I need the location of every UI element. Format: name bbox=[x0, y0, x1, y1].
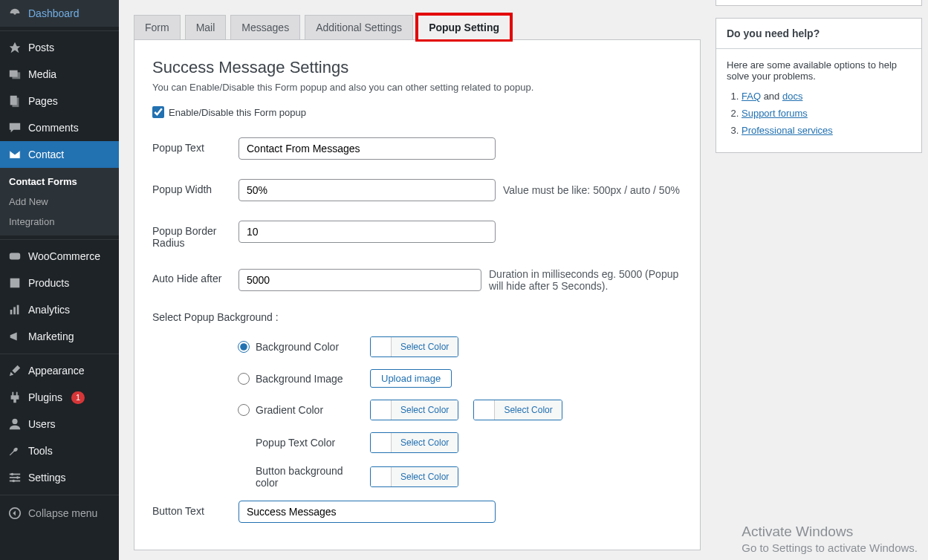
sidebar-item-comments[interactable]: Comments bbox=[0, 114, 119, 141]
sidebar-label: Pages bbox=[28, 95, 58, 107]
help-card: Do you need help? Here are some availabl… bbox=[716, 18, 922, 153]
auto-hide-input[interactable] bbox=[239, 269, 481, 291]
forums-link[interactable]: Support forums bbox=[742, 108, 808, 119]
sidebar-label: WooCommerce bbox=[28, 250, 100, 262]
enable-popup-checkbox-row[interactable]: Enable/Disable this Form popup bbox=[152, 106, 682, 118]
tab-form[interactable]: Form bbox=[134, 15, 181, 39]
bg-color-picker[interactable]: Select Color bbox=[370, 336, 458, 357]
sidebar-label: Comments bbox=[28, 122, 79, 134]
sidebar-label: Analytics bbox=[28, 304, 70, 316]
collapse-icon bbox=[7, 506, 22, 521]
sidebar-item-pages[interactable]: Pages bbox=[0, 88, 119, 114]
sidebar-label: Collapse menu bbox=[28, 507, 97, 519]
button-text-label: Button Text bbox=[152, 501, 225, 517]
bg-section-label: Select Popup Background : bbox=[152, 311, 682, 323]
chart-icon bbox=[7, 302, 22, 317]
color-swatch bbox=[474, 400, 495, 420]
sidebar-label: Plugins bbox=[28, 391, 62, 403]
bg-color-radio[interactable] bbox=[238, 341, 250, 353]
popup-settings-panel: Success Message Settings You can Enable/… bbox=[134, 39, 701, 550]
pin-icon bbox=[7, 40, 22, 55]
help-item-pro: Professional services bbox=[742, 125, 911, 136]
sidebar-item-tools[interactable]: Tools bbox=[0, 437, 119, 464]
pages-icon bbox=[7, 94, 22, 108]
brush-icon bbox=[7, 363, 22, 378]
media-icon bbox=[7, 67, 22, 82]
sidebar-subitem-add-new[interactable]: Add New bbox=[0, 192, 119, 212]
faq-link[interactable]: FAQ bbox=[742, 91, 761, 102]
docs-link[interactable]: docs bbox=[782, 91, 802, 102]
tab-mail[interactable]: Mail bbox=[185, 15, 227, 39]
svg-rect-2 bbox=[12, 72, 20, 79]
sidebar-label: Dashboard bbox=[28, 7, 80, 19]
bg-image-radio-row[interactable]: Background Image bbox=[238, 373, 355, 385]
sidebar-subitem-contact-forms[interactable]: Contact Forms bbox=[0, 172, 119, 192]
popup-width-label: Popup Width bbox=[152, 179, 225, 195]
select-color-button[interactable]: Select Color bbox=[392, 400, 458, 420]
sidebar-label: Contact bbox=[28, 149, 64, 160]
sidebar-label: Users bbox=[28, 418, 56, 430]
help-card-title: Do you need help? bbox=[716, 19, 921, 49]
text-color-picker[interactable]: Select Color bbox=[370, 432, 458, 453]
products-icon bbox=[7, 276, 22, 290]
megaphone-icon bbox=[7, 329, 22, 344]
svg-point-16 bbox=[12, 480, 15, 483]
text-color-label: Popup Text Color bbox=[238, 437, 355, 449]
dashboard-icon bbox=[7, 6, 22, 21]
popup-radius-label: Popup Border Radius bbox=[152, 221, 225, 249]
btn-bg-color-picker[interactable]: Select Color bbox=[370, 466, 458, 487]
tab-list: Form Mail Messages Additional Settings P… bbox=[134, 15, 701, 39]
popup-width-hint: Value must be like: 500px / auto / 50% bbox=[503, 184, 680, 196]
sidebar-label: Settings bbox=[28, 472, 66, 484]
gradient-color-picker-1[interactable]: Select Color bbox=[370, 400, 458, 420]
gradient-color-picker-2[interactable]: Select Color bbox=[473, 400, 562, 420]
btn-bg-label: Button background color bbox=[238, 465, 355, 489]
sidebar-item-users[interactable]: Users bbox=[0, 411, 119, 437]
sidebar-item-products[interactable]: Products bbox=[0, 270, 119, 296]
bg-color-radio-row[interactable]: Background Color bbox=[238, 341, 355, 353]
select-color-button[interactable]: Select Color bbox=[392, 467, 458, 486]
svg-rect-9 bbox=[17, 305, 19, 315]
auto-hide-label: Auto Hide after bbox=[152, 268, 225, 284]
bg-gradient-radio-row[interactable]: Gradient Color bbox=[238, 404, 355, 416]
enable-popup-checkbox[interactable] bbox=[152, 106, 164, 118]
sidebar-label: Tools bbox=[28, 445, 53, 457]
sidebar-item-settings[interactable]: Settings bbox=[0, 464, 119, 491]
sidebar-item-dashboard[interactable]: Dashboard bbox=[0, 0, 119, 27]
mail-icon bbox=[7, 147, 22, 162]
select-color-button[interactable]: Select Color bbox=[392, 433, 458, 452]
right-sidebar: Do you need help? Here are some availabl… bbox=[716, 0, 928, 560]
sidebar-item-posts[interactable]: Posts bbox=[0, 34, 119, 61]
sidebar-item-collapse[interactable]: Collapse menu bbox=[0, 498, 119, 528]
tab-messages[interactable]: Messages bbox=[230, 15, 300, 39]
popup-radius-input[interactable] bbox=[239, 221, 496, 243]
sidebar-item-woocommerce[interactable]: WooCommerce bbox=[0, 243, 119, 270]
pro-services-link[interactable]: Professional services bbox=[742, 125, 833, 136]
button-text-input[interactable] bbox=[239, 501, 496, 523]
svg-point-14 bbox=[11, 473, 14, 476]
admin-sidebar: Dashboard Posts Media Pages Comments Con… bbox=[0, 0, 119, 560]
color-swatch bbox=[371, 467, 392, 486]
bg-image-radio[interactable] bbox=[238, 373, 250, 385]
svg-point-0 bbox=[13, 12, 16, 15]
sidebar-item-media[interactable]: Media bbox=[0, 61, 119, 88]
select-color-button[interactable]: Select Color bbox=[392, 337, 458, 356]
plugins-badge: 1 bbox=[71, 391, 85, 404]
sidebar-item-plugins[interactable]: Plugins1 bbox=[0, 384, 119, 411]
sidebar-item-analytics[interactable]: Analytics bbox=[0, 296, 119, 323]
select-color-button[interactable]: Select Color bbox=[495, 400, 561, 420]
sidebar-item-appearance[interactable]: Appearance bbox=[0, 357, 119, 384]
sidebar-subitem-integration[interactable]: Integration bbox=[0, 212, 119, 232]
tab-additional-settings[interactable]: Additional Settings bbox=[305, 15, 413, 39]
tab-popup-setting[interactable]: Popup Setting bbox=[418, 15, 510, 39]
sidebar-label: Posts bbox=[28, 42, 54, 53]
sidebar-label: Marketing bbox=[28, 331, 74, 342]
popup-width-input[interactable] bbox=[239, 179, 496, 201]
svg-rect-4 bbox=[12, 98, 19, 108]
help-intro: Here are some available options to help … bbox=[727, 59, 911, 82]
sidebar-item-contact[interactable]: Contact bbox=[0, 141, 119, 168]
upload-image-button[interactable]: Upload image bbox=[370, 369, 452, 388]
popup-text-input[interactable] bbox=[239, 137, 496, 160]
bg-gradient-radio[interactable] bbox=[238, 404, 250, 416]
sidebar-item-marketing[interactable]: Marketing bbox=[0, 323, 119, 350]
